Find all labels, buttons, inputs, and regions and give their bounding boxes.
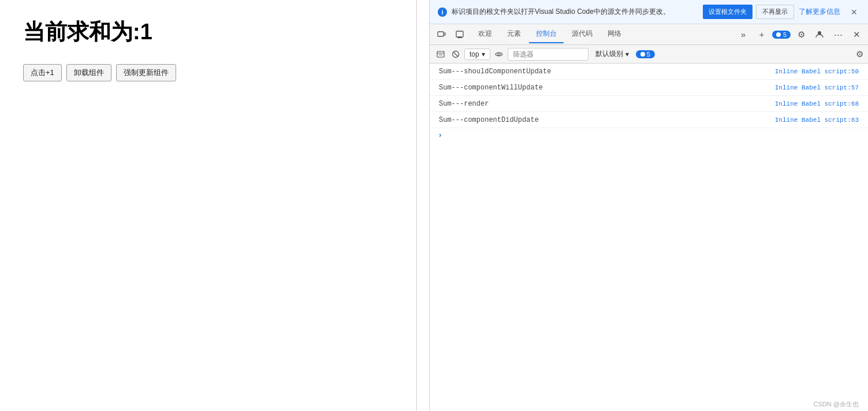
expand-row[interactable]: › [430, 128, 868, 141]
svg-point-10 [498, 53, 500, 55]
console-row: Sum---shouldComponentUpdate Inline Babel… [430, 63, 868, 80]
level-label: 默认级别 [595, 49, 623, 59]
tab-console[interactable]: 控制台 [529, 25, 564, 43]
settings-icon[interactable]: ⚙ [793, 27, 809, 43]
devtools-panel: i 标识项目的根文件夹以打开Visual Studio Code中的源文件并同步… [429, 0, 868, 411]
console-link-1[interactable]: Inline Babel script:57 [775, 84, 859, 91]
console-toolbar: top ▾ 默认级别 ▾ 5 ⚙ [430, 45, 868, 63]
log-level-dropdown[interactable]: 默认级别 ▾ [591, 48, 634, 60]
console-row: Sum---render Inline Babel script:68 [430, 96, 868, 112]
more-options-icon[interactable]: ⋯ [830, 27, 846, 43]
console-badge-dot [640, 52, 645, 57]
force-update-button[interactable]: 强制更新组件 [116, 64, 176, 81]
svg-point-4 [818, 31, 821, 35]
footer-text: CSDN @余生也 [814, 401, 859, 408]
tab-left-icons [433, 27, 468, 43]
increment-button[interactable]: 点击+1 [23, 64, 62, 81]
console-row: Sum---componentDidUpdate Inline Babel sc… [430, 112, 868, 128]
console-method-0: Sum---shouldComponentUpdate [439, 68, 775, 76]
panel-divider [416, 0, 417, 411]
add-tab-icon[interactable]: + [754, 27, 770, 43]
unmount-button[interactable]: 卸载组件 [66, 64, 111, 81]
notification-bar: i 标识项目的根文件夹以打开Visual Studio Code中的源文件并同步… [430, 0, 868, 24]
context-dropdown[interactable]: top ▾ [464, 48, 490, 60]
tab-actions: » + 5 ⚙ ⋯ ✕ [735, 27, 865, 43]
tab-elements[interactable]: 元素 [500, 25, 528, 43]
console-error-badge[interactable]: 5 [636, 50, 655, 58]
device-toggle-icon[interactable] [433, 27, 449, 43]
notification-text: 标识项目的根文件夹以打开Visual Studio Code中的源文件并同步更改… [452, 7, 694, 17]
account-icon[interactable] [811, 27, 828, 43]
set-root-folder-button[interactable]: 设置根文件夹 [703, 5, 752, 19]
eye-icon[interactable] [493, 48, 505, 61]
page-title: 当前求和为:1 [23, 17, 393, 47]
console-link-2[interactable]: Inline Babel script:68 [775, 100, 859, 107]
notification-close-button[interactable]: ✕ [848, 8, 860, 17]
info-icon: i [438, 8, 447, 17]
svg-rect-3 [457, 37, 462, 38]
console-method-3: Sum---componentDidUpdate [439, 116, 775, 124]
context-label: top [470, 50, 479, 58]
notification-buttons: 设置根文件夹 不再显示 [703, 5, 794, 19]
console-settings-icon[interactable]: ⚙ [856, 49, 863, 59]
console-row: Sum---componentWillUpdate Inline Babel s… [430, 80, 868, 96]
close-devtools-icon[interactable]: ✕ [848, 27, 865, 43]
tab-source[interactable]: 源代码 [565, 25, 599, 43]
filter-input[interactable] [508, 48, 588, 61]
level-dropdown-arrow: ▾ [625, 50, 629, 58]
more-tabs-icon[interactable]: » [735, 27, 751, 43]
console-content: Sum---shouldComponentUpdate Inline Babel… [430, 63, 868, 411]
devtools-tabs: 欢迎 元素 控制台 源代码 网络 » + 5 ⚙ ⋯ ✕ [430, 24, 868, 45]
console-link-0[interactable]: Inline Babel script:50 [775, 68, 859, 75]
badge-count: 5 [783, 31, 787, 38]
button-row: 点击+1 卸载组件 强制更新组件 [23, 64, 393, 81]
inspect-icon[interactable] [452, 27, 468, 43]
svg-line-9 [453, 52, 458, 57]
learn-more-link[interactable]: 了解更多信息 [799, 7, 840, 17]
block-icon[interactable] [449, 48, 462, 61]
svg-rect-1 [444, 33, 446, 35]
clear-console-icon[interactable] [434, 48, 447, 61]
svg-rect-5 [437, 51, 444, 57]
dropdown-arrow: ▾ [482, 50, 485, 58]
error-badge[interactable]: 5 [772, 31, 791, 39]
console-method-1: Sum---componentWillUpdate [439, 84, 775, 92]
console-method-2: Sum---render [439, 100, 775, 108]
console-link-3[interactable]: Inline Babel script:63 [775, 117, 859, 124]
footer: CSDN @余生也 [814, 400, 859, 409]
console-badge-count: 5 [647, 51, 650, 58]
dont-show-button[interactable]: 不再显示 [756, 5, 794, 19]
tab-welcome[interactable]: 欢迎 [471, 25, 499, 43]
svg-rect-0 [438, 32, 444, 36]
left-panel: 当前求和为:1 点击+1 卸载组件 强制更新组件 [0, 0, 416, 411]
svg-rect-2 [456, 31, 463, 37]
tab-network[interactable]: 网络 [601, 25, 628, 43]
badge-dot [776, 32, 781, 37]
